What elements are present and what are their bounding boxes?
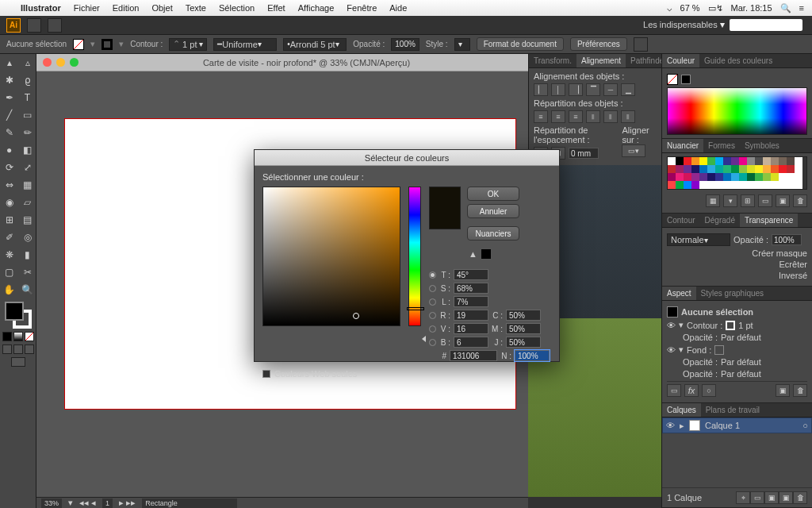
- menu-fenetre[interactable]: Fenêtre: [347, 3, 377, 13]
- free-transform-tool[interactable]: ▦: [18, 176, 36, 194]
- swatch[interactable]: [787, 173, 795, 181]
- saturation-value-box[interactable]: [262, 187, 400, 326]
- swatch[interactable]: [707, 181, 715, 189]
- pencil-tool[interactable]: ✏: [18, 124, 36, 141]
- clip-checkbox[interactable]: Ecrêter: [779, 260, 807, 269]
- menu-effet[interactable]: Effet: [267, 3, 285, 13]
- window-zoom-icon[interactable]: [70, 58, 79, 67]
- layer-clip-icon[interactable]: ▭: [750, 491, 764, 504]
- color-mode-icon[interactable]: [2, 332, 12, 341]
- swatch[interactable]: [684, 157, 691, 165]
- swatch[interactable]: [715, 165, 723, 173]
- swatch[interactable]: [739, 165, 747, 173]
- sv-cursor-icon[interactable]: [353, 313, 359, 319]
- appearance-op3-val[interactable]: Par défaut: [721, 369, 761, 379]
- swatch[interactable]: [699, 157, 707, 165]
- swatch[interactable]: [691, 157, 699, 165]
- stroke-profile[interactable]: ━ Uniforme ▾: [213, 38, 277, 51]
- tab-couleur[interactable]: Couleur: [662, 54, 699, 67]
- align-bottom-icon[interactable]: ▁: [621, 83, 635, 96]
- swatch[interactable]: [699, 165, 707, 173]
- layer-sublayer-icon[interactable]: ▣: [764, 491, 779, 504]
- appearance-fill-swatch[interactable]: [714, 345, 724, 355]
- swatch[interactable]: [747, 173, 755, 181]
- swatch[interactable]: [715, 173, 723, 181]
- align-hcenter-icon[interactable]: │: [551, 83, 565, 96]
- prefs-button[interactable]: Préférences: [570, 37, 627, 51]
- field-r[interactable]: 19: [454, 310, 488, 321]
- layer-visibility-icon[interactable]: 👁: [666, 421, 675, 430]
- gradient-tool[interactable]: ▤: [18, 211, 36, 229]
- mesh-tool[interactable]: ⊞: [0, 211, 18, 229]
- trans-opacity-field[interactable]: 100%: [772, 234, 802, 245]
- swatch[interactable]: [707, 157, 715, 165]
- dist-bottom-icon[interactable]: ≡: [569, 110, 583, 123]
- hue-slider[interactable]: [408, 187, 421, 326]
- ok-button[interactable]: OK: [467, 187, 519, 201]
- appearance-op1-val[interactable]: Par défaut: [721, 333, 761, 342]
- opacity-field[interactable]: 100%: [391, 38, 419, 51]
- swatch[interactable]: [731, 173, 739, 181]
- lasso-tool[interactable]: ϱ: [18, 71, 36, 89]
- line-tool[interactable]: ╱: [0, 106, 18, 124]
- appearance-clear-icon[interactable]: ○: [702, 384, 716, 397]
- artboard-tool[interactable]: ▢: [0, 264, 18, 281]
- swatch[interactable]: [779, 165, 787, 173]
- swatch[interactable]: [715, 181, 723, 189]
- field-b[interactable]: 6: [454, 337, 488, 348]
- swatch[interactable]: [763, 157, 771, 165]
- dist-top-icon[interactable]: ≡: [534, 110, 548, 123]
- swatch[interactable]: [684, 181, 691, 189]
- color-fill-swatch[interactable]: [667, 74, 678, 85]
- invert-checkbox[interactable]: Inversé: [779, 271, 807, 280]
- menu-objet[interactable]: Objet: [151, 3, 172, 13]
- radio-s[interactable]: [429, 285, 436, 292]
- swatch[interactable]: [747, 165, 755, 173]
- swatch[interactable]: [668, 165, 676, 173]
- align-right-icon[interactable]: ▕: [569, 83, 583, 96]
- perspective-tool[interactable]: ▱: [18, 194, 36, 211]
- tab-transform[interactable]: Transform.: [529, 54, 576, 67]
- swatch[interactable]: [699, 181, 707, 189]
- eyedropper-tool[interactable]: ✐: [0, 229, 18, 246]
- field-j[interactable]: 50%: [506, 337, 541, 348]
- graph-tool[interactable]: ▮: [18, 246, 36, 264]
- shape-builder-tool[interactable]: ◉: [0, 194, 18, 211]
- menu-aide[interactable]: Aide: [389, 3, 407, 13]
- swatch-lib-icon[interactable]: ▦: [706, 194, 720, 207]
- swatch[interactable]: [668, 181, 676, 189]
- field-t[interactable]: 45°: [454, 269, 488, 280]
- radio-r[interactable]: [429, 312, 436, 319]
- fill-swatch[interactable]: [73, 39, 84, 50]
- dist-left-icon[interactable]: ⦀: [586, 110, 600, 123]
- search-input[interactable]: [730, 19, 802, 31]
- swatch[interactable]: [755, 173, 763, 181]
- fill-stroke-control[interactable]: [0, 298, 36, 370]
- menu-icon[interactable]: ≡: [799, 3, 804, 13]
- create-mask-button[interactable]: Créer masque: [752, 248, 807, 258]
- fill-color-big[interactable]: [5, 302, 24, 321]
- layer-trash-icon[interactable]: 🗑: [793, 491, 807, 504]
- tab-symboles[interactable]: Symboles: [740, 139, 784, 152]
- swatch-grid[interactable]: [667, 156, 807, 190]
- field-m[interactable]: 50%: [506, 323, 541, 334]
- appearance-new-icon[interactable]: ▭: [667, 384, 681, 397]
- appearance-trash-icon[interactable]: 🗑: [793, 384, 807, 397]
- swatch[interactable]: [699, 173, 707, 181]
- tab-degrade[interactable]: Dégradé: [700, 214, 740, 227]
- tab-align[interactable]: Alignement: [576, 54, 626, 67]
- direct-selection-tool[interactable]: ▵: [18, 54, 36, 71]
- swatch[interactable]: [787, 157, 795, 165]
- rectangle-tool[interactable]: ▭: [18, 106, 36, 124]
- clock[interactable]: Mar. 18:15: [731, 3, 772, 13]
- screen-mode-icon[interactable]: [11, 357, 25, 367]
- swatch[interactable]: [755, 165, 763, 173]
- swatch[interactable]: [747, 181, 755, 189]
- swatch[interactable]: [739, 181, 747, 189]
- workspace-switcher[interactable]: Les indispensables ▾: [643, 19, 725, 30]
- type-tool[interactable]: T: [18, 89, 36, 106]
- wifi-icon[interactable]: ⌵: [667, 3, 672, 13]
- color-stroke-swatch[interactable]: [681, 75, 691, 84]
- tab-contour[interactable]: Contour: [662, 214, 700, 227]
- tab-aspect[interactable]: Aspect: [662, 287, 696, 300]
